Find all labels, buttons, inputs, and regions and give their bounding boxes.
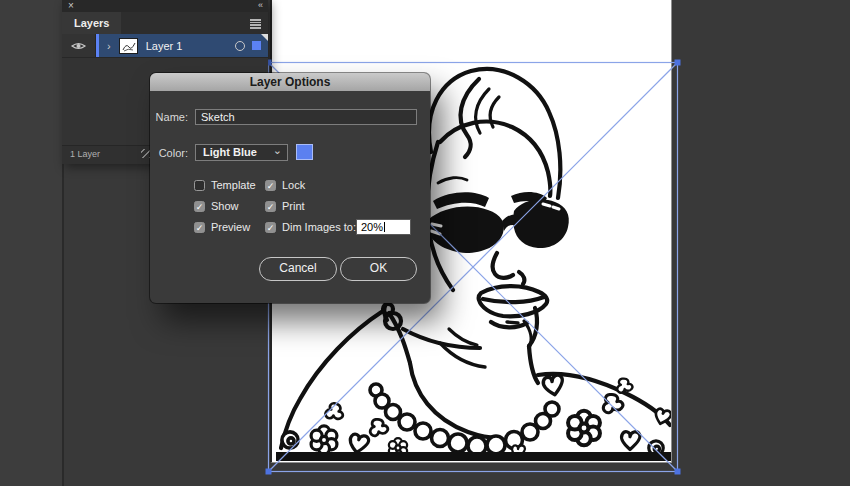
layer-thumbnail[interactable] — [119, 38, 138, 54]
panel-tab-bar: Layers — [62, 12, 268, 34]
layer-name-input[interactable] — [195, 109, 417, 125]
collapse-panel-icon[interactable]: « — [258, 0, 262, 12]
checkbox-print[interactable]: ✓ — [265, 201, 276, 212]
checkbox-show-label: Show — [211, 200, 239, 213]
layer-options-dialog: Layer Options Name: Color: Light Blue ⌄ … — [150, 73, 430, 303]
dim-images-value: 20% — [361, 221, 383, 233]
checkbox-dim-images-label: Dim Images to: — [282, 221, 356, 234]
dock-gutter — [0, 0, 64, 486]
tab-layers[interactable]: Layers — [62, 12, 121, 34]
color-dropdown[interactable]: Light Blue ⌄ — [195, 144, 288, 161]
checkbox-dim-images[interactable]: ✓ — [265, 222, 276, 233]
visibility-cell[interactable] — [62, 34, 96, 57]
layer-row-selected-area[interactable]: › Layer 1 — [96, 34, 268, 57]
layer-row[interactable]: › Layer 1 — [62, 34, 268, 58]
text-caret — [384, 222, 385, 232]
checkbox-template[interactable] — [194, 180, 205, 191]
checkbox-preview[interactable]: ✓ — [194, 222, 205, 233]
selection-handle-top-right[interactable] — [675, 60, 681, 66]
checkbox-print-label: Print — [282, 200, 305, 213]
eye-icon — [71, 41, 86, 51]
layer-color-bar — [96, 34, 99, 57]
panel-resize-grip[interactable] — [141, 149, 150, 158]
checkbox-preview-label: Preview — [211, 221, 250, 234]
layer-name[interactable]: Layer 1 — [146, 40, 235, 52]
checkbox-show[interactable]: ✓ — [194, 201, 205, 212]
close-icon[interactable]: × — [68, 0, 74, 12]
panel-menu-icon[interactable] — [250, 19, 261, 28]
panel-title-bar: × « — [62, 0, 268, 12]
cancel-button[interactable]: Cancel — [259, 257, 337, 281]
checkbox-lock-label: Lock — [282, 179, 305, 192]
selection-handle-bottom-right[interactable] — [675, 469, 681, 475]
checkbox-template-label: Template — [211, 179, 256, 192]
layer-corner-marker — [261, 34, 268, 41]
selection-handle-bottom-left[interactable] — [266, 469, 272, 475]
selection-indicator-square[interactable] — [252, 41, 261, 50]
name-label: Name: — [154, 111, 188, 123]
dim-images-input[interactable]: 20% — [356, 219, 411, 235]
color-dropdown-value: Light Blue — [203, 146, 257, 158]
target-circle-icon[interactable] — [235, 41, 245, 51]
layer-color-swatch[interactable] — [296, 144, 313, 160]
layer-count-label: 1 Layer — [70, 149, 100, 159]
ok-button[interactable]: OK — [340, 257, 417, 281]
expand-layer-icon[interactable]: › — [107, 40, 111, 52]
chevron-down-icon: ⌄ — [273, 143, 282, 158]
dialog-title-bar[interactable]: Layer Options — [150, 73, 430, 91]
checkbox-lock[interactable]: ✓ — [265, 180, 276, 191]
color-label: Color: — [154, 147, 188, 159]
